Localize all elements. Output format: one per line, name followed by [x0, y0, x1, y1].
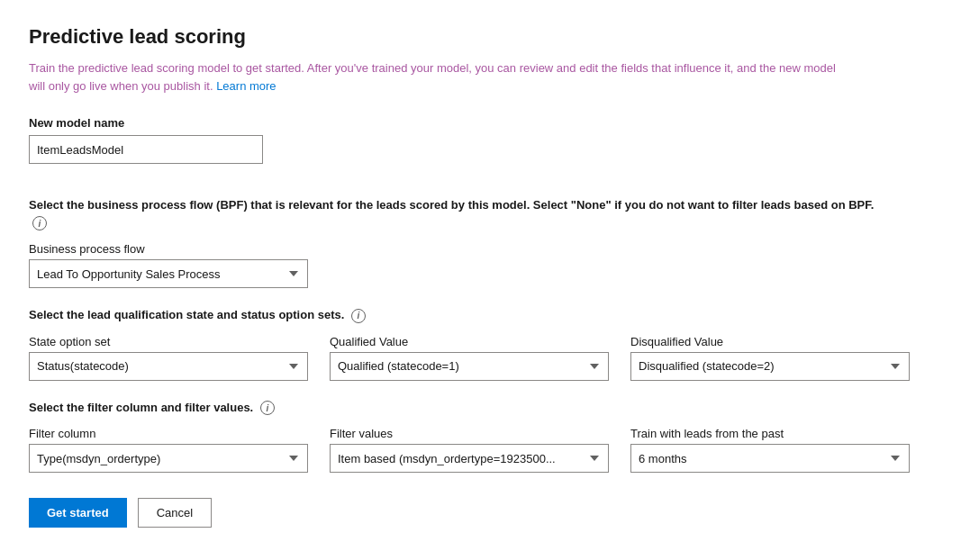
qualified-field: Qualified Value Qualified (statecode=1) — [330, 335, 609, 381]
filter-column-field: Filter column Type(msdyn_ordertype) — [29, 427, 308, 473]
disqualified-dropdown[interactable]: Disqualified (statecode=2) — [630, 352, 910, 381]
page-title: Predictive lead scoring — [29, 25, 941, 49]
model-name-input[interactable] — [29, 135, 263, 164]
filter-column-label: Filter column — [29, 427, 308, 440]
disqualified-field: Disqualified Value Disqualified (stateco… — [630, 335, 910, 381]
bpf-section: Select the business process flow (BPF) t… — [29, 196, 941, 288]
model-name-section: New model name — [29, 116, 941, 182]
qualification-info-icon: i — [351, 309, 366, 323]
model-name-label: New model name — [29, 116, 941, 130]
disqualified-label: Disqualified Value — [630, 335, 910, 348]
page-container: Predictive lead scoring Train the predic… — [0, 0, 970, 556]
state-dropdown[interactable]: Status(statecode) — [29, 352, 308, 381]
state-field: State option set Status(statecode) — [29, 335, 308, 381]
filter-column-dropdown[interactable]: Type(msdyn_ordertype) — [29, 444, 308, 473]
cancel-button[interactable]: Cancel — [138, 498, 212, 528]
filter-dropdowns: Filter column Type(msdyn_ordertype) Filt… — [29, 427, 941, 473]
qualification-section: Select the lead qualification state and … — [29, 306, 941, 381]
train-past-field: Train with leads from the past 6 months … — [630, 427, 910, 473]
filter-values-label: Filter values — [330, 427, 609, 440]
state-label: State option set — [29, 335, 308, 348]
filter-section: Select the filter column and filter valu… — [29, 399, 941, 474]
buttons-row: Get started Cancel — [29, 498, 941, 528]
bpf-dropdown[interactable]: Lead To Opportunity Sales Process None — [29, 259, 308, 288]
filter-values-field: Filter values Item based (msdyn_ordertyp… — [330, 427, 609, 473]
filter-description: Select the filter column and filter valu… — [29, 399, 893, 417]
intro-text: Train the predictive lead scoring model … — [29, 59, 839, 95]
get-started-button[interactable]: Get started — [29, 498, 127, 528]
bpf-description: Select the business process flow (BPF) t… — [29, 196, 893, 231]
qualification-description: Select the lead qualification state and … — [29, 306, 893, 324]
filter-values-dropdown[interactable]: Item based (msdyn_ordertype=1923500... — [330, 444, 609, 473]
train-past-dropdown[interactable]: 6 months 3 months 12 months — [630, 444, 910, 473]
learn-more-link[interactable]: Learn more — [216, 79, 276, 93]
qualification-dropdowns: State option set Status(statecode) Quali… — [29, 335, 941, 381]
filter-info-icon: i — [260, 401, 275, 415]
bpf-info-icon: i — [32, 216, 47, 230]
bpf-label: Business process flow — [29, 242, 941, 256]
train-past-label: Train with leads from the past — [630, 427, 910, 440]
qualified-dropdown[interactable]: Qualified (statecode=1) — [330, 352, 609, 381]
bpf-field: Business process flow Lead To Opportunit… — [29, 242, 941, 288]
qualified-label: Qualified Value — [330, 335, 609, 348]
